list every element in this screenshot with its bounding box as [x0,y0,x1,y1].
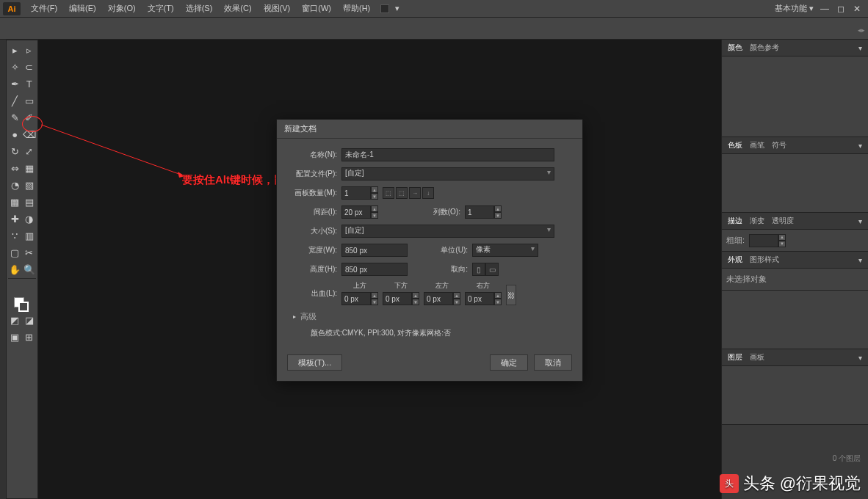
panel-menu-icon[interactable]: ▾ [858,217,862,225]
width-label: 宽度(W): [287,245,341,255]
rotate-tool-icon[interactable]: ↻ [8,143,22,159]
direct-selection-tool-icon[interactable]: ▹ [23,42,37,58]
panel-menu-icon[interactable]: ▾ [858,256,862,264]
stroke-weight-input[interactable]: ▲▼ [749,234,786,247]
cols-input[interactable]: 1▲▼ [465,205,502,219]
bleed-top-input[interactable]: 0 px▲▼ [341,292,378,305]
panel-layers-body[interactable] [722,366,868,425]
bleed-link-icon[interactable]: ⛓ [506,285,516,305]
name-input[interactable] [341,148,554,161]
size-select[interactable]: [自定] [341,225,554,238]
paintbrush-tool-icon[interactable]: ✎ [8,109,22,125]
bleed-left-input[interactable]: 0 px▲▼ [424,292,460,305]
selection-tool-icon[interactable]: ▸ [8,42,22,58]
bleed-bottom-input[interactable]: 0 px▲▼ [383,292,419,305]
draw-mode-icon[interactable]: ◪ [23,312,37,328]
blend-tool-icon[interactable]: ◑ [23,211,37,227]
shape-builder-tool-icon[interactable]: ◔ [8,177,22,193]
menu-view[interactable]: 视图(V) [258,3,297,14]
color-mode-summary: 颜色模式:CMYK, PPI:300, 对齐像素网格:否 [287,327,572,341]
panel-appearance-list[interactable] [722,291,868,349]
menu-edit[interactable]: 编辑(E) [63,3,102,14]
tab-color[interactable]: 颜色 [728,43,742,53]
orientation-portrait-icon[interactable]: ▯ [472,263,485,276]
screen-mode-icon[interactable]: ▣ [8,329,22,345]
mesh-tool-icon[interactable]: ▩ [8,194,22,210]
arrange-docs-icon[interactable] [380,4,389,13]
cols-label: 列数(O): [430,207,465,217]
tab-layers[interactable]: 图层 [728,352,742,363]
tab-swatches[interactable]: 色板 [728,140,742,150]
panel-color-body[interactable] [722,57,868,137]
artboard-arrange-buttons[interactable]: ⬚⬚→↓ [383,187,434,199]
menu-effect[interactable]: 效果(C) [218,3,257,14]
perspective-tool-icon[interactable]: ▧ [23,177,37,193]
spacing-input[interactable]: 20 px▲▼ [341,205,378,219]
tab-graphic-styles[interactable]: 图形样式 [750,255,779,265]
tab-brushes[interactable]: 画笔 [750,140,764,150]
advanced-toggle[interactable]: ▸ 高级 [293,311,572,322]
slice-tool-icon[interactable]: ✂ [23,244,37,261]
panel-stroke-body: 粗细: ▲▼ [722,230,868,252]
magic-wand-tool-icon[interactable]: ✧ [8,59,22,75]
size-label: 大小(S): [287,226,341,236]
orient-label: 取向: [437,264,472,274]
window-restore[interactable]: ◻ [833,3,849,15]
bleed-right-input[interactable]: 0 px▲▼ [465,292,502,305]
tab-appearance[interactable]: 外观 [728,255,742,265]
tab-color-guide[interactable]: 颜色参考 [750,43,779,53]
menu-extra[interactable]: ▾ [389,4,405,13]
panel-menu-icon[interactable]: ▾ [858,44,862,52]
blob-brush-tool-icon[interactable]: ● [8,126,22,142]
width-input[interactable] [341,244,408,257]
panel-menu-icon[interactable]: ▾ [858,142,862,150]
menu-help[interactable]: 帮助(H) [337,3,376,14]
layers-footer-count: 0 个图层 [833,454,861,464]
panel-swatches-body[interactable] [722,154,868,213]
menu-file[interactable]: 文件(F) [25,3,63,14]
menu-select[interactable]: 选择(S) [180,3,219,14]
zoom-tool-icon[interactable]: 🔍 [23,261,37,277]
type-tool-icon[interactable]: T [23,76,37,92]
scale-tool-icon[interactable]: ⤢ [23,143,37,159]
tab-transparency[interactable]: 透明度 [772,216,794,226]
tab-artboards[interactable]: 画板 [750,352,764,363]
lasso-tool-icon[interactable]: ⊂ [23,59,37,75]
free-transform-tool-icon[interactable]: ▦ [23,160,37,176]
rectangle-tool-icon[interactable]: ▭ [23,92,37,109]
artboard-tool-icon[interactable]: ▢ [8,244,22,261]
orientation-landscape-icon[interactable]: ▭ [485,263,499,276]
line-tool-icon[interactable]: ╱ [8,92,22,109]
templates-button[interactable]: 模板(T)... [287,354,342,371]
symbol-sprayer-tool-icon[interactable]: ∵ [8,227,22,244]
width-tool-icon[interactable]: ⇔ [8,160,22,176]
artboards-input[interactable]: 1▲▼ [341,186,378,200]
window-close[interactable]: ✕ [849,3,865,15]
cancel-button[interactable]: 取消 [534,354,572,371]
profile-select[interactable]: [自定] [341,167,554,181]
tab-stroke[interactable]: 描边 [728,216,742,226]
eyedropper-tool-icon[interactable]: ✚ [8,211,22,227]
graph-tool-icon[interactable]: ▥ [23,227,37,244]
panel-collapse-icon[interactable]: ◂▸ [858,26,865,34]
ok-button[interactable]: 确定 [490,354,528,371]
height-input[interactable] [341,263,408,276]
workspace-switcher[interactable]: 基本功能 ▾ [775,3,817,14]
menu-object[interactable]: 对象(O) [102,3,142,14]
gradient-tool-icon[interactable]: ▤ [23,194,37,210]
panel-stroke-tabs: 描边 渐变 透明度 ▾ [722,213,868,230]
menu-window[interactable]: 窗口(W) [296,3,337,14]
units-select[interactable]: 像素 [472,244,538,257]
profile-label: 配置文件(P): [287,169,341,179]
tab-symbols[interactable]: 符号 [772,140,786,150]
height-label: 高度(H): [287,264,341,274]
menu-type[interactable]: 文字(T) [142,3,180,14]
panel-menu-icon[interactable]: ▾ [858,354,862,362]
name-label: 名称(N): [287,150,341,160]
tab-gradient[interactable]: 渐变 [750,216,764,226]
color-mode-icon[interactable]: ◩ [8,312,22,328]
pen-tool-icon[interactable]: ✒ [8,76,22,92]
change-screen-icon[interactable]: ⊞ [23,329,37,345]
window-minimize[interactable]: — [817,3,833,15]
hand-tool-icon[interactable]: ✋ [8,261,22,277]
